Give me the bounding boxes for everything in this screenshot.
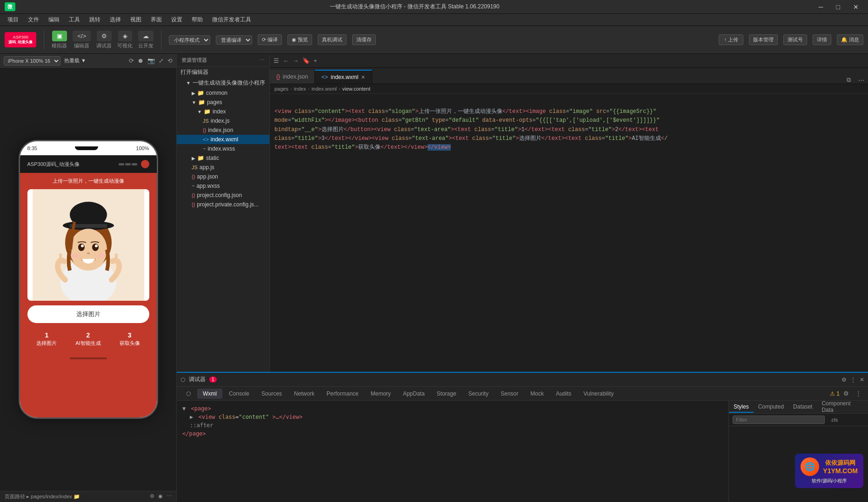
breadcrumb-wxml[interactable]: index.wxml [312,86,337,92]
devtools-kebab-icon[interactable]: ⋮ [853,390,864,397]
menu-item-wechat[interactable]: 微信开发者工具 [208,15,255,25]
clear-cache-button[interactable]: 清缓存 [352,34,376,45]
devtools-toggle-icon[interactable]: ⬡ [180,389,196,399]
dom-line-view[interactable]: ▶ <view class="content" >…</view> [182,413,723,421]
editor-code-area[interactable]: <view class="content"><text class="sloga… [270,94,868,372]
devtools-tab-storage[interactable]: Storage [431,389,462,399]
select-photo-btn[interactable]: 选择图片 [27,305,149,323]
minimize-button[interactable]: ─ [814,2,828,12]
toolbar-debug-group[interactable]: ⚙ 调试器 [96,31,112,49]
device-select[interactable]: iPhone X 100% 16 [4,56,60,66]
cls-toggle[interactable]: .cls [830,417,838,423]
menu-item-view[interactable]: 视图 [127,15,145,25]
devtools-settings-tab-icon[interactable]: ⚙ [841,390,852,397]
menu-item-settings[interactable]: 设置 [167,15,186,25]
menu-item-help[interactable]: 帮助 [188,15,207,25]
devtools-more-icon[interactable]: ⋮ [850,376,856,383]
devtools-tab-performance[interactable]: Performance [321,389,364,399]
explorer-folder-common[interactable]: ▶ 📁 common [177,88,269,98]
devtools-settings-icon[interactable]: ⚙ [841,376,847,383]
tab-indexjson[interactable]: {} index.json [270,70,315,84]
explorer-more-icon[interactable]: ⋯ [260,57,265,63]
bookmark-icon[interactable]: 🔖 [302,57,310,64]
messages-button[interactable]: 🔔 消息 [837,34,863,45]
details-button[interactable]: 详情 [813,34,831,45]
dom-line-page[interactable]: ▼ <page> [182,404,723,413]
dom-line-page-close[interactable]: </page> [182,429,723,438]
fullscreen-icon[interactable]: ⤢ [159,57,164,64]
explorer-file-indexjs[interactable]: JS index.js [177,116,269,126]
devtools-tab-console[interactable]: Console [223,389,255,399]
tab-close-icon[interactable]: ✕ [361,74,365,80]
menu-item-project[interactable]: 项目 [4,15,22,25]
explorer-file-projectconfig[interactable]: {} project.config.json [177,191,269,200]
menu-item-tools[interactable]: 工具 [65,15,84,25]
explorer-folder-static[interactable]: ▶ 📁 static [177,153,269,163]
upload-button[interactable]: ↑ 上传 [719,34,743,45]
rotate-icon[interactable]: ⟲ [167,57,173,64]
devtools-right-tab-computed[interactable]: Computed [754,402,788,413]
explorer-file-appjson[interactable]: {} app.json [177,172,269,181]
menu-item-interface[interactable]: 界面 [147,15,166,25]
more-icon[interactable]: ⋯ [167,493,172,500]
toolbar-editor-group[interactable]: </> 编辑器 [73,31,91,49]
overflow-icon[interactable]: ⋯ [855,77,868,84]
explorer-file-projectprivate[interactable]: {} project.private.config.js... [177,200,269,209]
screenshot-icon[interactable]: 📷 [147,57,155,64]
toolbar-cloud-group[interactable]: ☁ 云开发 [138,31,154,49]
explorer-open-editor[interactable]: 打开编辑器 [177,67,269,78]
test-button[interactable]: 测试号 [783,34,807,45]
reload-icon[interactable]: ⟳ [129,57,134,64]
close-button[interactable]: ✕ [848,2,863,12]
breadcrumb-view-content[interactable]: view.content [342,86,371,92]
version-manager-button[interactable]: 版本管理 [749,34,778,45]
explorer-file-indexjson[interactable]: {} index.json [177,126,269,135]
styles-filter-input[interactable] [733,416,825,424]
devtools-move-icon[interactable]: ⬡ [180,376,185,383]
devtools-tab-vulnerability[interactable]: Vulnerability [578,389,619,399]
compile-select[interactable]: 普通编译 [216,35,252,45]
compile-button[interactable]: ⟳ 编译 [258,34,282,45]
devtools-tab-wxml[interactable]: Wxml [197,389,222,399]
menu-item-jump[interactable]: 跳转 [86,15,104,25]
devtools-tab-sensor[interactable]: Sensor [495,389,524,399]
devtools-tab-sources[interactable]: Sources [256,389,287,399]
sidebar-toggle-icon[interactable]: ☰ [274,57,279,64]
preview-button[interactable]: ◉ 预览 [287,34,312,45]
eye-icon[interactable]: ◉ [158,493,163,500]
real-debug-button[interactable]: 真机调试 [318,34,347,45]
devtools-right-tab-styles[interactable]: Styles [729,402,754,413]
breadcrumb-pages[interactable]: pages [274,86,288,92]
devtools-tab-appdata[interactable]: AppData [397,389,430,399]
back-icon[interactable]: ← [283,57,289,64]
devtools-close-icon[interactable]: ✕ [860,376,864,383]
devtools-tab-memory[interactable]: Memory [365,389,396,399]
devtools-right-tab-dataset[interactable]: Dataset [788,402,817,413]
devtools-tab-mock[interactable]: Mock [525,389,549,399]
hot-reload-label[interactable]: 热重载 ▼ [64,57,86,64]
explorer-file-appjs[interactable]: JS app.js [177,163,269,172]
toolbar-simulator-group[interactable]: ▣ 模拟器 [52,31,67,49]
adjust-icon[interactable]: ⚙ [150,493,154,500]
maximize-button[interactable]: □ [832,2,845,12]
explorer-folder-pages[interactable]: ▼ 📁 pages [177,98,269,107]
dom-collapse-view[interactable]: ▶ [190,414,193,420]
explorer-file-indexwxml[interactable]: <> index.wxml [177,135,269,144]
explorer-file-indexwxss[interactable]: ~ index.wxss [177,144,269,153]
forward-icon[interactable]: → [293,57,299,64]
dom-line-after[interactable]: ::after [182,421,723,429]
dom-collapse-page[interactable]: ▼ [182,405,186,412]
devtools-tab-network[interactable]: Network [288,389,320,399]
record-icon[interactable]: ⏺ [138,57,144,64]
toolbar-visual-group[interactable]: ◈ 可视化 [117,31,133,49]
mode-select[interactable]: 小程序模式 [169,35,210,45]
add-icon[interactable]: + [314,57,317,64]
explorer-project-root[interactable]: ▼ 一键生成动漫头像微信小程序 [177,78,269,88]
devtools-tab-security[interactable]: Security [463,389,494,399]
explorer-folder-index[interactable]: ▼ 📁 index [177,107,269,116]
explorer-file-appwxss[interactable]: ~ app.wxss [177,181,269,191]
tab-indexwxml[interactable]: <> index.wxml ✕ [315,70,372,84]
breadcrumb-index[interactable]: index [294,86,306,92]
devtools-tab-audits[interactable]: Audits [550,389,577,399]
split-view-icon[interactable]: ⧉ [843,76,855,84]
